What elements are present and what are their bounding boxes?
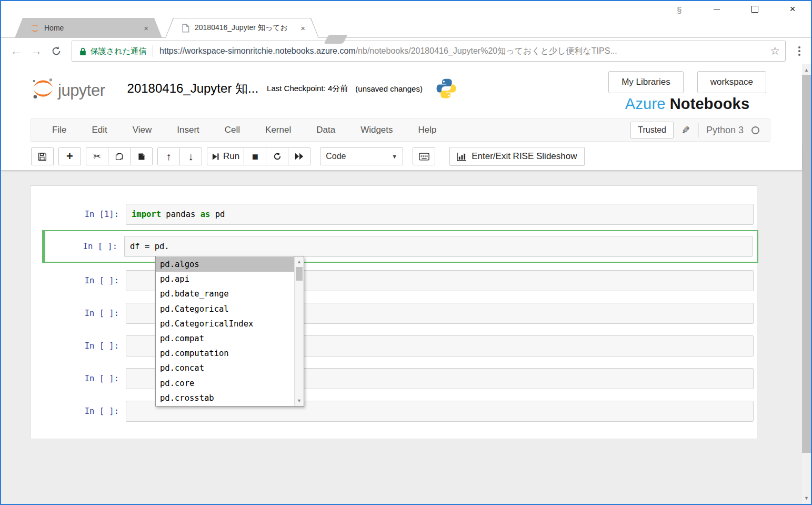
my-libraries-button[interactable]: My Libraries (608, 71, 684, 93)
interrupt-kernel-button[interactable]: ■ (244, 147, 266, 165)
maximize-button[interactable] (748, 2, 761, 16)
bookmark-star-icon[interactable]: ☆ (770, 45, 780, 57)
code-cell-7[interactable]: In [ ]: (31, 401, 757, 422)
keyboard-icon (419, 153, 429, 161)
command-palette-button[interactable] (413, 147, 435, 165)
scroll-down-icon[interactable]: ▼ (295, 398, 304, 403)
menu-insert[interactable]: Insert (164, 125, 212, 135)
reload-icon[interactable] (47, 42, 65, 60)
edit-pencil-icon[interactable]: ✎ (681, 124, 690, 136)
code-cell-1[interactable]: In [1]: import pandas as pd (31, 204, 757, 225)
code-input[interactable]: import pandas as pd (126, 204, 754, 225)
restart-run-all-button[interactable] (288, 147, 310, 165)
scrollbar-thumb[interactable] (296, 267, 303, 281)
autocomplete-item[interactable]: pd.computation (156, 346, 294, 361)
autocomplete-list: pd.algos pd.api pd.bdate_range pd.Catego… (156, 256, 294, 406)
arrow-up-icon: ↑ (166, 151, 172, 162)
restart-kernel-button[interactable] (266, 147, 288, 165)
menu-cell[interactable]: Cell (212, 125, 253, 135)
copy-cells-button[interactable] (108, 147, 131, 165)
rise-slideshow-button[interactable]: Enter/Exit RISE Slideshow (449, 147, 584, 166)
scroll-down-icon[interactable]: ▼ (802, 496, 811, 501)
overlay-tool-icon: § (677, 5, 681, 16)
page-scrollbar[interactable]: ▲ ▼ (802, 64, 811, 504)
tab-title: Home (44, 24, 139, 32)
jupyter-logo[interactable]: jupyter (32, 77, 105, 100)
back-icon[interactable]: ← (7, 42, 25, 60)
trusted-button[interactable]: Trusted (630, 122, 674, 138)
brand-azure: Azure (625, 95, 666, 112)
cell-type-select[interactable]: Code ▼ (320, 147, 403, 165)
autocomplete-item[interactable]: pd.Categorical (156, 302, 294, 316)
input-prompt: In [ ]: (31, 374, 126, 383)
cut-cells-button[interactable]: ✂ (86, 147, 108, 165)
azure-notebooks-logo: AzureNotebooks (608, 95, 766, 113)
move-cell-up-button[interactable]: ↑ (157, 147, 180, 165)
autocomplete-scrollbar[interactable]: ▲ ▼ (294, 256, 304, 406)
code-input-active[interactable]: df = pd. (124, 236, 753, 257)
menu-kernel[interactable]: Kernel (253, 125, 304, 135)
tab-home[interactable]: Home × (15, 18, 162, 38)
cell-type-value: Code (326, 152, 346, 161)
menu-edit[interactable]: Edit (79, 125, 119, 135)
code-keyword: import (132, 210, 161, 219)
scroll-up-icon[interactable]: ▲ (295, 259, 304, 264)
tab-title: 20180416_Jupyter 知ってお (195, 23, 296, 33)
autocomplete-item[interactable]: pd.core (156, 376, 294, 391)
arrow-down-icon: ↓ (188, 151, 194, 162)
code-cell-6[interactable]: In [ ]: (31, 368, 757, 389)
notebook-container: In [1]: import pandas as pd In [ ]: df =… (30, 185, 757, 439)
code-cell-3[interactable]: In [ ]: (31, 270, 757, 291)
autocomplete-item-selected[interactable]: pd.algos (156, 257, 294, 272)
security-label[interactable]: 保護された通信 (91, 46, 146, 56)
code-keyword: as (201, 210, 210, 219)
checkpoint-status: Last Checkpoint: 4分前 (267, 84, 348, 94)
browser-menu-icon[interactable] (795, 43, 804, 59)
menu-data[interactable]: Data (304, 125, 348, 135)
code-cell-4[interactable]: In [ ]: (31, 303, 757, 324)
autocomplete-item[interactable]: pd.crosstab (156, 391, 294, 405)
kernel-idle-icon (751, 126, 759, 134)
menu-help[interactable]: Help (406, 125, 449, 135)
tab-close-icon[interactable]: × (144, 24, 148, 33)
autocomplete-item[interactable]: pd.concat (156, 361, 294, 375)
chevron-down-icon: ▼ (392, 153, 397, 160)
tab-close-icon[interactable]: × (300, 24, 305, 33)
step-forward-icon (212, 153, 219, 161)
os-titlebar: § × (1, 1, 811, 17)
input-prompt: In [1]: (31, 210, 126, 219)
move-cell-down-button[interactable]: ↓ (179, 147, 202, 165)
save-button[interactable] (31, 147, 54, 165)
python-logo-icon (435, 77, 457, 100)
input-prompt: In [ ]: (45, 242, 124, 251)
minimize-button[interactable] (710, 2, 724, 16)
jupyter-favicon-icon (31, 24, 39, 33)
brand-notebooks: Notebooks (670, 95, 750, 112)
notebook-title[interactable]: 20180416_Jupyter 知... (127, 80, 259, 97)
autocomplete-item[interactable]: pd.api (156, 272, 294, 286)
menu-widgets[interactable]: Widgets (348, 125, 405, 135)
url-domain: https://workspace-simonritchie.notebooks… (159, 46, 356, 55)
code-cell-2-selected[interactable]: In [ ]: df = pd. (45, 236, 756, 257)
menu-view[interactable]: View (120, 125, 165, 135)
add-cell-button[interactable]: + (58, 147, 81, 165)
forward-icon[interactable]: → (27, 42, 45, 60)
scroll-up-icon[interactable]: ▲ (802, 67, 811, 73)
close-window-button[interactable]: × (786, 2, 799, 16)
menu-file[interactable]: File (39, 125, 79, 135)
code-cell-5[interactable]: In [ ]: (31, 335, 757, 357)
autocomplete-item[interactable]: pd.compat (156, 331, 294, 346)
rise-label: Enter/Exit RISE Slideshow (472, 151, 577, 162)
url-text[interactable]: https://workspace-simonritchie.notebooks… (159, 46, 766, 57)
jupyter-logo-text: jupyter (58, 81, 105, 100)
address-bar[interactable]: 保護された通信 https://workspace-simonritchie.n… (72, 41, 786, 62)
refresh-icon (273, 152, 282, 161)
scrollbar-thumb[interactable] (802, 75, 811, 453)
url-separator (153, 45, 153, 57)
paste-cells-button[interactable] (130, 147, 153, 165)
autocomplete-item[interactable]: pd.CategoricalIndex (156, 316, 294, 331)
workspace-button[interactable]: workspace (697, 71, 766, 93)
run-cell-button[interactable]: Run (207, 147, 244, 165)
autocomplete-item[interactable]: pd.bdate_range (156, 286, 294, 301)
tab-notebook[interactable]: 20180416_Jupyter 知ってお × (165, 18, 319, 38)
